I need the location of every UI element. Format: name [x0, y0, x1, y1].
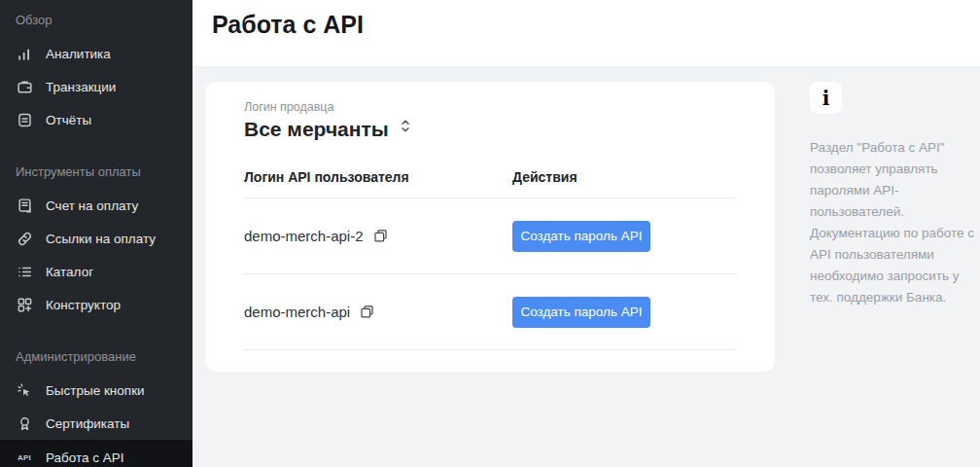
sidebar-item-label: Ссылки на оплату — [46, 232, 156, 246]
column-header-actions: Действия — [512, 169, 736, 185]
actions-cell: Создать пароль API — [512, 221, 736, 252]
create-api-password-button[interactable]: Создать пароль API — [512, 221, 650, 252]
section-header-administration: Администрирование — [0, 348, 192, 366]
page-header: Работа с API — [192, 0, 980, 66]
sidebar-item-label: Сертификаты — [46, 416, 129, 431]
section-header-payment-tools: Инструменты оплаты — [0, 163, 192, 181]
section-header-overview: Обзор — [0, 12, 192, 29]
page-title: Работа с API — [212, 11, 980, 39]
api-login-text: demo-merch-api — [244, 304, 350, 320]
sidebar-item-label: Счет на оплату — [46, 198, 138, 213]
sidebar-item-label: Каталог — [46, 265, 93, 279]
column-header-login: Логин API пользователя — [244, 169, 512, 185]
sidebar-section-administration: Администрирование Быстрые кнопки Сертифи… — [0, 348, 192, 467]
login-cell: demo-merch-api-2 — [244, 228, 512, 244]
info-text: Раздел "Работа с API" позволяет управлят… — [810, 137, 977, 308]
merchant-select-control[interactable]: Все мерчанты — [244, 117, 410, 142]
sidebar-item-invoice[interactable]: Счет на оплату — [0, 189, 192, 222]
login-cell: demo-merch-api — [244, 304, 512, 320]
constructor-icon — [16, 296, 33, 313]
sidebar-section-overview: Обзор Аналитика Транзакции — [0, 12, 192, 136]
invoice-icon — [16, 197, 33, 214]
copy-icon[interactable] — [360, 305, 374, 319]
quick-buttons-icon — [16, 381, 33, 399]
table-row: demo-merch-api Создать пароль API — [244, 274, 736, 350]
reports-icon — [16, 111, 33, 128]
copy-icon[interactable] — [373, 229, 388, 243]
certificates-icon — [16, 414, 33, 432]
catalog-icon — [16, 263, 33, 280]
actions-cell: Создать пароль API — [512, 297, 736, 328]
main-area: Работа с API Логин продавца Все мерчанты… — [192, 0, 980, 467]
table-row: demo-merch-api-2 Создать пароль API — [244, 198, 736, 274]
content-area: Логин продавца Все мерчанты Логин API по… — [192, 66, 980, 467]
sidebar-item-quick-buttons[interactable]: Быстрые кнопки — [0, 374, 192, 407]
sidebar-item-label: Быстрые кнопки — [46, 383, 145, 398]
sidebar-item-catalog[interactable]: Каталог — [0, 255, 192, 288]
payment-link-icon — [16, 230, 33, 247]
sidebar-item-reports[interactable]: Отчёты — [0, 103, 192, 136]
sidebar-item-api[interactable]: API Работа с API — [0, 440, 192, 467]
sidebar-section-payment-tools: Инструменты оплаты Счет на оплату Ссылки… — [0, 163, 192, 321]
api-icon: API — [16, 449, 33, 466]
sidebar-item-label: Конструктор — [46, 298, 121, 312]
merchant-select-value: Все мерчанты — [244, 117, 389, 142]
table-header-row: Логин API пользователя Действия — [244, 169, 736, 198]
sidebar: Обзор Аналитика Транзакции — [0, 0, 192, 467]
sidebar-item-analytics[interactable]: Аналитика — [0, 37, 192, 70]
sidebar-item-label: Транзакции — [46, 80, 116, 94]
api-users-card: Логин продавца Все мерчанты Логин API по… — [205, 82, 775, 372]
merchant-select: Логин продавца Все мерчанты — [244, 100, 736, 142]
sidebar-item-payment-links[interactable]: Ссылки на оплату — [0, 222, 192, 255]
info-panel: i Раздел "Работа с API" позволяет управл… — [810, 82, 977, 308]
merchant-select-label: Логин продавца — [244, 100, 736, 114]
info-icon: i — [810, 82, 842, 114]
create-api-password-button[interactable]: Создать пароль API — [512, 297, 650, 328]
api-login-text: demo-merch-api-2 — [244, 228, 364, 244]
transactions-icon — [16, 78, 33, 95]
analytics-icon — [16, 45, 33, 62]
sidebar-item-label: Работа с API — [46, 450, 124, 465]
select-chevrons-icon — [401, 118, 410, 138]
sidebar-item-label: Отчёты — [46, 113, 91, 127]
sidebar-item-certificates[interactable]: Сертификаты — [0, 407, 192, 440]
sidebar-item-label: Аналитика — [46, 47, 111, 61]
sidebar-item-constructor[interactable]: Конструктор — [0, 288, 192, 321]
sidebar-item-transactions[interactable]: Транзакции — [0, 70, 192, 103]
